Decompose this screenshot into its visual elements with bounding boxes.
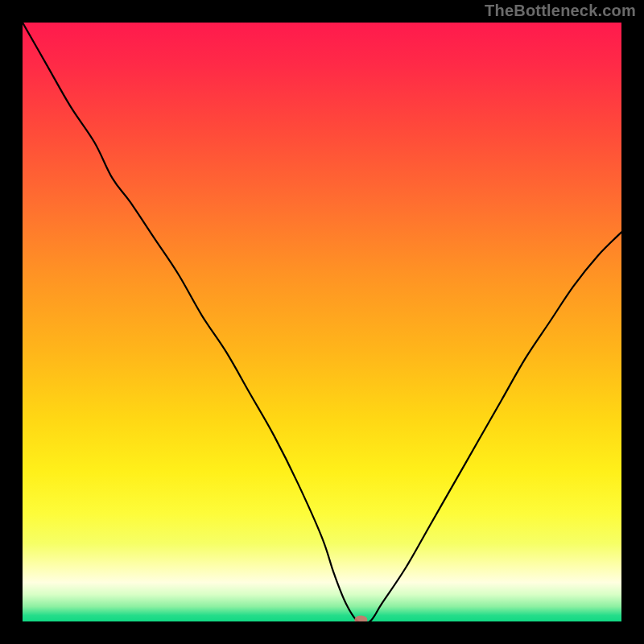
plot-background xyxy=(23,23,621,621)
watermark-label: TheBottleneck.com xyxy=(485,2,636,20)
chart-frame: TheBottleneck.com xyxy=(0,0,644,644)
plot-svg xyxy=(23,23,621,621)
plot-area xyxy=(23,23,621,621)
